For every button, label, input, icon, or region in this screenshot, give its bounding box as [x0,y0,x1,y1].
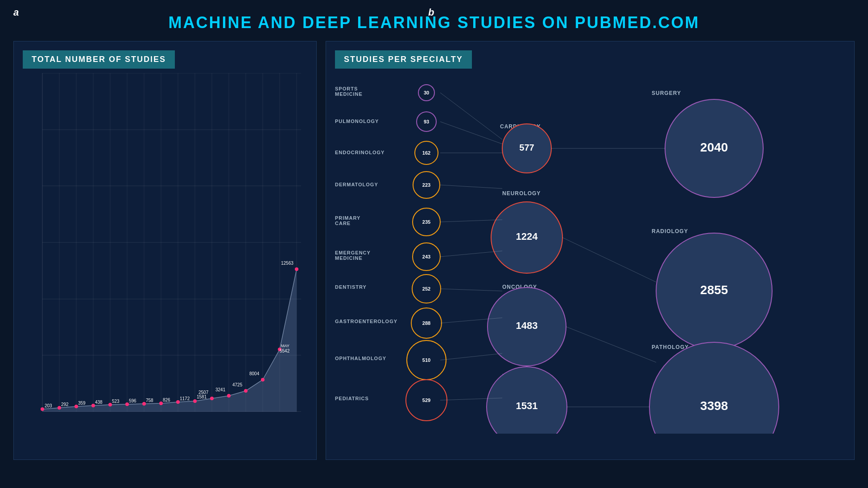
svg-text:DERMATOLOGY: DERMATOLOGY [335,182,378,187]
svg-text:235: 235 [422,219,430,225]
label-a: a [13,7,19,18]
svg-line-126 [440,93,502,139]
svg-text:758: 758 [146,398,153,403]
svg-text:596: 596 [129,398,136,403]
svg-point-43 [210,397,214,400]
svg-text:NEUROLOGY: NEUROLOGY [502,190,541,197]
svg-text:577: 577 [519,143,534,152]
svg-text:GASTROENTEROLOGY: GASTROENTEROLOGY [335,319,397,324]
svg-text:4725: 4725 [232,382,243,387]
svg-point-37 [159,402,163,405]
svg-point-23 [41,407,44,411]
svg-point-35 [142,402,146,406]
svg-line-134 [440,353,502,360]
svg-text:288: 288 [422,320,430,326]
svg-text:2507: 2507 [198,390,209,395]
svg-text:DENTISTRY: DENTISTRY [335,284,367,290]
svg-text:MAY: MAY [281,344,289,348]
left-panel-header: TOTAL NUMBER OF STUDIES [23,50,175,69]
panels-container: TOTAL NUMBER OF STUDIES [13,41,855,460]
svg-line-137 [562,238,656,282]
svg-text:1224: 1224 [516,231,538,242]
svg-text:30: 30 [424,90,429,95]
svg-text:MEDICINE: MEDICINE [335,91,363,97]
svg-text:5542: 5542 [280,349,290,353]
svg-text:826: 826 [163,398,170,402]
svg-line-127 [440,122,502,144]
svg-line-138 [566,327,656,362]
svg-text:PULMONOLOGY: PULMONOLOGY [335,119,379,124]
svg-text:3398: 3398 [700,399,728,413]
svg-text:RADIOLOGY: RADIOLOGY [652,228,688,234]
svg-point-33 [125,402,129,406]
svg-text:1581: 1581 [197,394,207,399]
svg-text:529: 529 [422,398,430,403]
svg-text:PEDIATRICS: PEDIATRICS [335,396,369,401]
svg-text:523: 523 [112,399,120,404]
svg-text:8004: 8004 [249,371,260,376]
left-panel: TOTAL NUMBER OF STUDIES [13,41,317,460]
specialty-chart-svg: SPORTS MEDICINE 30 PULMONOLOGY 93 ENDOCR… [326,41,857,434]
chart-area: 203 292 359 438 523 596 [41,73,303,430]
svg-text:3241: 3241 [215,387,226,392]
svg-text:1531: 1531 [516,400,538,411]
svg-line-131 [440,251,502,257]
svg-text:1172: 1172 [180,396,190,401]
svg-text:CARE: CARE [335,221,351,226]
svg-text:359: 359 [78,401,86,406]
svg-point-49 [261,378,265,381]
svg-text:93: 93 [424,119,429,124]
svg-text:438: 438 [95,400,103,405]
svg-text:223: 223 [422,182,430,188]
svg-text:12563: 12563 [281,261,293,266]
svg-point-25 [58,406,61,410]
svg-point-45 [227,394,231,398]
svg-point-41 [193,399,197,403]
svg-text:MEDICINE: MEDICINE [335,255,363,261]
svg-line-132 [440,289,502,291]
line-chart-svg: 203 292 359 438 523 596 [41,73,303,412]
svg-line-130 [440,220,502,222]
svg-text:PRIMARY: PRIMARY [335,215,360,221]
svg-point-27 [74,405,78,408]
svg-text:SURGERY: SURGERY [652,90,681,96]
svg-text:292: 292 [61,402,69,407]
svg-point-31 [108,403,112,406]
svg-text:2040: 2040 [700,140,728,154]
svg-text:EMERGENCY: EMERGENCY [335,250,371,255]
svg-text:162: 162 [422,150,430,156]
svg-text:252: 252 [422,286,430,291]
svg-point-29 [91,404,95,407]
svg-text:510: 510 [422,357,430,363]
svg-text:2855: 2855 [700,283,728,297]
svg-line-129 [440,185,502,189]
svg-point-39 [176,400,180,404]
main-container: a b MACHINE AND DEEP LEARNING STUDIES ON… [0,0,868,488]
svg-text:PATHOLOGY: PATHOLOGY [652,344,689,350]
svg-text:203: 203 [45,403,52,408]
svg-point-47 [244,389,248,393]
svg-point-54 [295,267,298,271]
right-panel: STUDIES PER SPECIALTY SPORTS MEDICINE 30… [326,41,855,460]
svg-text:ENDOCRINOLOGY: ENDOCRINOLOGY [335,150,384,155]
label-b: b [428,7,434,18]
svg-point-124 [649,342,779,434]
svg-text:SPORTS: SPORTS [335,86,358,91]
svg-text:243: 243 [422,254,430,259]
svg-text:OPHTHALMOLOGY: OPHTHALMOLOGY [335,356,386,361]
svg-text:1483: 1483 [516,320,538,331]
